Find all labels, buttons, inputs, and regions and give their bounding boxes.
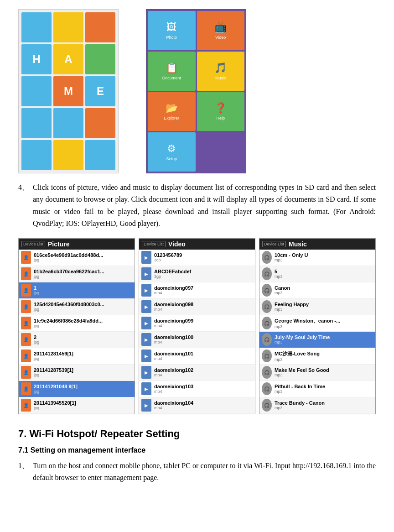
video-panel-header: Device List Video [139,239,255,250]
picture-icon: 👤 [21,251,31,264]
file-item-info: Trace Bundy - Canonmp3 [275,400,325,410]
file-item-info: Make Me Feel So Goodmp3 [275,367,329,377]
file-item-ext: jpg [34,258,103,262]
app-icon-video: 📺 [214,21,227,33]
list-item[interactable]: 🎧Trace Bundy - Canonmp3 [259,397,375,414]
file-item-info: 01234567893cp [154,252,182,262]
file-item-name: 016ce5e4e90d91ac0dd488d... [34,252,103,258]
list-item[interactable]: ▶daomeixiong097mp4 [139,282,255,299]
picture-icon: 👤 [21,284,31,297]
list-item[interactable]: ▶daomeixiong099mp4 [139,315,255,332]
list-item[interactable]: 🎧MC沙洲-Love Songmp3 [259,348,375,365]
file-item-info: daomeixiong097mp4 [154,285,193,295]
list-item[interactable]: 👤201141287539[1]jpg [19,365,135,381]
app-icon-setup: ⚙ [167,143,176,155]
file-item-name: daomeixiong098 [154,302,193,307]
music-icon: 🎧 [262,251,272,264]
file-lists-section: Device List Picture 👤016ce5e4e90d91ac0dd… [18,238,376,414]
file-item-name: Pitbull - Back In Time [275,384,325,389]
list-item[interactable]: 🎧George Winston、canon -...mp3 [259,315,375,332]
list-item[interactable]: ▶ABCDEFabcdef3gp [139,266,255,282]
file-item-info: MC沙洲-Love Songmp3 [275,350,320,362]
list-item[interactable]: 👤1fe9c24d66f086c28d4fa8dd...jpg [19,315,135,332]
list-item[interactable]: 🎧5mp3 [259,266,375,282]
file-item-info: 125d42045e64360f0d8003c0...jpg [34,302,104,312]
list-item[interactable]: ▶daomeixiong100mp4 [139,332,255,348]
hame-cell-5 [85,44,115,74]
file-item-name: 201141287539[1] [34,367,73,373]
picture-icon: 👤 [21,317,31,329]
file-item-ext: mp4 [154,291,193,295]
file-item-name: daomeixiong100 [154,334,193,340]
file-item-ext: jpg [34,307,104,312]
list-item[interactable]: ▶daomeixiong104mp4 [139,397,255,414]
list-item[interactable]: 🎧10cm - Only Ump3 [259,250,375,266]
music-icon: 🎧 [262,267,272,280]
list-item[interactable]: 👤016ce5e4e90d91ac0dd488d...jpg [19,250,135,266]
hame-cell-13 [53,140,83,170]
file-item-info: 1fe9c24d66f086c28d4fa8dd...jpg [34,318,103,328]
file-item-ext: mp3 [275,307,309,312]
list-item[interactable]: ▶daomeixiong102mp4 [139,365,255,381]
music-panel: Device List Music 🎧10cm - Only Ump3🎧5mp3… [259,238,376,414]
file-item-ext: jpg [34,274,104,279]
list-item[interactable]: ▶daomeixiong098mp4 [139,299,255,315]
music-icon: 🎧 [262,366,272,379]
list-item[interactable]: 👤2011413945520[1]jpg [19,397,135,414]
file-item-name: 2011413945520[1] [34,400,76,406]
video-icon: ▶ [141,251,151,264]
file-item-info: 2011413945520[1]jpg [34,400,76,410]
app-grid: 🖼Photo📺Video📋Document🎵Music📂Explorer❓Hel… [146,9,246,173]
file-item-info: Canonmp3 [275,285,290,295]
list-item[interactable]: 🎧Feeling Happymp3 [259,299,375,315]
list-item[interactable]: 👤1jpg [19,282,135,299]
hame-cell-6 [21,76,52,106]
file-item-name: daomeixiong097 [154,285,193,291]
list-item[interactable]: 🎧Canonmp3 [259,282,375,299]
hame-cell-1 [53,12,83,42]
picture-icon: 👤 [21,399,31,412]
picture-panel-title: Picture [48,240,69,248]
list-item[interactable]: 👤01b2ea6cb370cea9622fcac1...jpg [19,266,135,282]
file-item-info: 2jpg [34,334,39,344]
list-item[interactable]: 👤201141281459[1]jpg [19,348,135,365]
file-item-ext: mp4 [154,389,193,394]
list-item[interactable]: 🎧July-My Soul July Timemp3 [259,332,375,348]
paragraph-71-1: 1、 Turn on the host and connect mobile p… [18,460,376,484]
file-item-name: Feeling Happy [275,302,309,307]
video-icon: ▶ [141,284,151,297]
video-device-list-label: Device List [142,241,166,247]
file-item-name: 1fe9c24d66f086c28d4fa8dd... [34,318,103,323]
file-item-ext: 3gp [154,274,191,279]
list-item[interactable]: 👤2jpg [19,332,135,348]
file-item-ext: mp4 [154,323,193,328]
list-item[interactable]: 👤125d42045e64360f0d8003c0...jpg [19,299,135,315]
list-item[interactable]: 🎧Make Me Feel So Goodmp3 [259,365,375,381]
file-item-info: George Winston、canon -...mp3 [275,318,340,329]
file-item-ext: jpg [34,291,39,295]
file-item-ext: mp4 [154,373,193,377]
app-icon-music: 🎵 [214,62,227,74]
file-item-ext: mp3 [275,274,283,279]
app-cell-video: 📺Video [197,11,245,50]
list-item[interactable]: 🎧Pitbull - Back In Timemp3 [259,381,375,397]
file-item-ext: jpg [34,389,78,394]
list-item[interactable]: ▶daomeixiong101mp4 [139,348,255,365]
list-item[interactable]: ▶daomeixiong103mp4 [139,381,255,397]
file-item-name: Trace Bundy - Canon [275,400,325,406]
video-icon: ▶ [141,399,151,412]
music-panel-title: Music [289,240,307,248]
file-item-info: 016ce5e4e90d91ac0dd488d...jpg [34,252,103,262]
file-item-name: Make Me Feel So Good [275,367,329,373]
picture-panel-header: Device List Picture [19,239,135,250]
list-item[interactable]: 👤201141291048 9[1]jpg [19,381,135,397]
video-panel-title: Video [168,240,186,248]
app-cell-help: ❓Help [197,92,245,131]
picture-icon: 👤 [21,349,31,362]
file-item-name: daomeixiong101 [154,351,193,356]
file-item-ext: mp3 [275,373,329,377]
list-item[interactable]: ▶01234567893cp [139,250,255,266]
video-icon: ▶ [141,300,151,313]
file-item-name: daomeixiong104 [154,400,193,406]
file-item-info: 201141291048 9[1]jpg [34,384,78,394]
